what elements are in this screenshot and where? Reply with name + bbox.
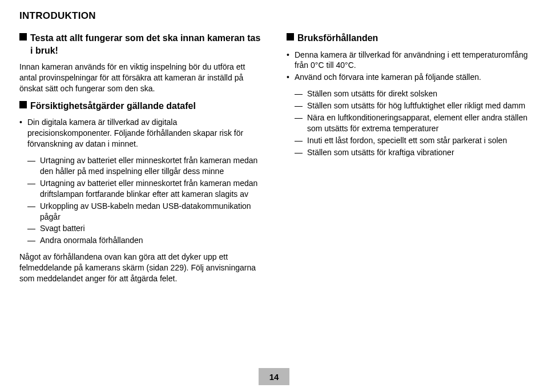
list-item: • Denna kamera är tillverkad för användn… — [287, 50, 529, 71]
right-column: Bruksförhållanden • Denna kamera är till… — [287, 32, 529, 290]
dash-icon: — — [27, 155, 40, 177]
list-item-text: Ställen som utsätts för direkt solsken — [307, 88, 529, 99]
section-title-precautions: Försiktighetsåtgärder gällande datafel — [19, 100, 261, 112]
dash-icon: — — [295, 135, 307, 146]
square-bullet-icon — [19, 33, 27, 41]
dash-icon: — — [295, 100, 307, 111]
page-number-box: 14 — [259, 368, 289, 385]
dash-icon: — — [295, 88, 307, 99]
list-item-text: Urtagning av batteriet eller minneskorte… — [40, 178, 261, 200]
bullet-list: • Din digitala kamera är tillverkad av d… — [19, 117, 261, 149]
paragraph: Något av förhållandena ovan kan göra att… — [19, 252, 261, 284]
dash-icon: — — [27, 178, 40, 200]
dash-icon: — — [27, 201, 40, 223]
section-title-text: Bruksförhållanden — [297, 32, 378, 45]
page-number: 14 — [269, 372, 279, 382]
bullet-dot-icon: • — [287, 50, 295, 71]
list-item-text: Inuti ett låst fordon, speciellt ett som… — [307, 135, 529, 146]
list-item-text: Denna kamera är tillverkad för användnin… — [295, 50, 529, 71]
list-item-text: Ställen som utsätts för kraftiga vibrati… — [307, 147, 529, 158]
list-item: • Använd och förvara inte kameran på föl… — [287, 72, 529, 83]
list-item: — Ställen som utsätts för direkt solsken — [295, 88, 529, 99]
list-item-text: Din digitala kamera är tillverkad av dig… — [27, 117, 261, 149]
content-columns: Testa att allt fungerar som det ska inna… — [19, 32, 529, 290]
section-title-conditions: Bruksförhållanden — [287, 32, 529, 45]
page: INTRODUKTION Testa att allt fungerar som… — [0, 0, 548, 392]
dash-icon: — — [27, 223, 40, 234]
dash-list: — Ställen som utsätts för direkt solsken… — [295, 88, 529, 157]
list-item: — Urtagning av batteriet eller minneskor… — [27, 155, 261, 177]
bullet-dot-icon: • — [19, 117, 27, 149]
dash-icon: — — [295, 147, 307, 158]
page-header: INTRODUKTION — [19, 10, 529, 22]
list-item: — Ställen som utsätts för hög luftfuktig… — [295, 100, 529, 111]
bullet-list: • Denna kamera är tillverkad för användn… — [287, 50, 529, 83]
list-item-text: Andra onormala förhållanden — [40, 235, 261, 246]
list-item-text: Urtagning av batteriet eller minneskorte… — [40, 155, 261, 177]
section-title-test: Testa att allt fungerar som det ska inna… — [19, 32, 261, 56]
paragraph: Innan kameran används för en viktig insp… — [19, 62, 261, 94]
list-item: — Urkoppling av USB-kabeln medan USB-dat… — [27, 201, 261, 223]
dash-icon: — — [27, 235, 40, 246]
list-item: — Nära en luftkonditioneringsapparat, el… — [295, 112, 529, 134]
left-column: Testa att allt fungerar som det ska inna… — [19, 32, 261, 290]
section-title-text: Försiktighetsåtgärder gällande datafel — [30, 100, 196, 112]
list-item-text: Ställen som utsätts för hög luftfuktighe… — [307, 100, 529, 111]
list-item-text: Urkoppling av USB-kabeln medan USB-datak… — [40, 201, 261, 223]
list-item: — Urtagning av batteriet eller minneskor… — [27, 178, 261, 200]
bullet-dot-icon: • — [287, 72, 295, 83]
dash-icon: — — [295, 112, 307, 134]
list-item: — Svagt batteri — [27, 223, 261, 234]
list-item-text: Nära en luftkonditioneringsapparat, elem… — [307, 112, 529, 134]
list-item: — Inuti ett låst fordon, speciellt ett s… — [295, 135, 529, 146]
list-item: — Andra onormala förhållanden — [27, 235, 261, 246]
list-item: • Din digitala kamera är tillverkad av d… — [19, 117, 261, 149]
list-item-text: Svagt batteri — [40, 223, 261, 234]
dash-list: — Urtagning av batteriet eller minneskor… — [27, 155, 261, 246]
square-bullet-icon — [287, 33, 294, 41]
square-bullet-icon — [19, 101, 27, 108]
list-item: — Ställen som utsätts för kraftiga vibra… — [295, 147, 529, 158]
list-item-text: Använd och förvara inte kameran på följa… — [295, 72, 481, 83]
section-title-text: Testa att allt fungerar som det ska inna… — [30, 32, 261, 56]
